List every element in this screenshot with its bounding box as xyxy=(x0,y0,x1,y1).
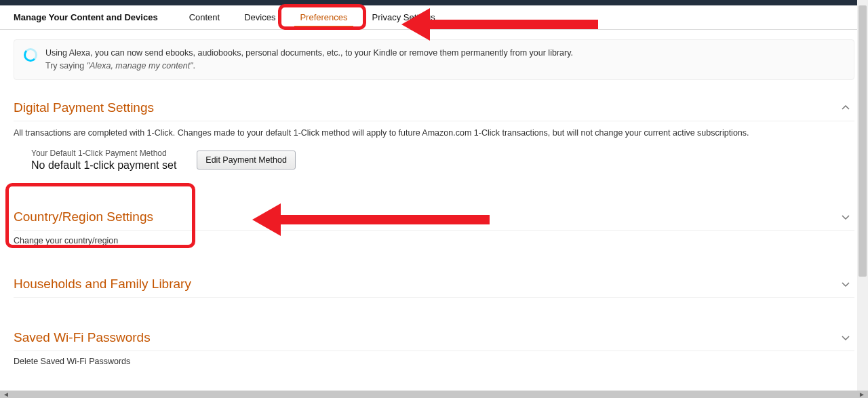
payment-row: Your Default 1-Click Payment Method No d… xyxy=(31,148,854,172)
tab-content-label: Content xyxy=(189,12,220,22)
nav-bar: Manage Your Content and Devices Content … xyxy=(0,5,868,30)
section-country-region-header[interactable]: Country/Region Settings xyxy=(14,203,854,231)
edit-payment-button[interactable]: Edit Payment Method xyxy=(197,151,296,170)
payment-method-value: No default 1-click payment set xyxy=(31,159,176,172)
alexa-line2-suffix: . xyxy=(193,61,195,71)
section-households-title: Households and Family Library xyxy=(14,277,191,292)
section-digital-payment-title: Digital Payment Settings xyxy=(14,100,154,115)
payment-method-label: Your Default 1-Click Payment Method xyxy=(31,148,176,158)
section-households: Households and Family Library xyxy=(14,270,854,298)
tab-devices-label: Devices xyxy=(244,12,275,22)
tab-preferences[interactable]: Preferences xyxy=(288,5,359,30)
section-wifi-header[interactable]: Saved Wi-Fi Passwords xyxy=(14,323,854,351)
chevron-up-icon xyxy=(841,103,850,113)
alexa-line2-quote: "Alexa, manage my content" xyxy=(87,61,193,71)
section-digital-payment: Digital Payment Settings All transaction… xyxy=(14,94,854,182)
tab-devices[interactable]: Devices xyxy=(232,5,288,30)
alexa-hint-box: Using Alexa, you can now send ebooks, au… xyxy=(14,39,854,80)
section-country-region-title: Country/Region Settings xyxy=(14,210,153,224)
section-wifi-title: Saved Wi-Fi Passwords xyxy=(14,330,151,345)
main-content: Using Alexa, you can now send ebooks, au… xyxy=(0,30,868,370)
alexa-line2: Try saying "Alexa, manage my content". xyxy=(45,60,573,73)
payment-method-block: Your Default 1-Click Payment Method No d… xyxy=(31,148,176,172)
section-country-region: Country/Region Settings Change your coun… xyxy=(14,203,854,250)
chevron-down-icon xyxy=(841,212,850,222)
section-households-header[interactable]: Households and Family Library xyxy=(14,270,854,298)
vertical-scrollbar[interactable] xyxy=(857,0,868,391)
section-digital-payment-header[interactable]: Digital Payment Settings xyxy=(14,94,854,121)
alexa-icon xyxy=(24,48,37,62)
horizontal-scrollbar[interactable]: ◄ ► xyxy=(0,391,868,398)
tab-privacy-label: Privacy Settings xyxy=(372,12,435,22)
wifi-desc: Delete Saved Wi-Fi Passwords xyxy=(14,351,854,370)
vertical-scrollbar-thumb[interactable] xyxy=(859,5,867,277)
tab-privacy[interactable]: Privacy Settings xyxy=(360,5,448,30)
chevron-down-icon xyxy=(841,279,850,289)
tab-content[interactable]: Content xyxy=(177,5,233,30)
scroll-left-icon[interactable]: ◄ xyxy=(3,391,9,398)
section-wifi: Saved Wi-Fi Passwords Delete Saved Wi-Fi… xyxy=(14,323,854,370)
page-title: Manage Your Content and Devices xyxy=(14,12,158,22)
scroll-right-icon[interactable]: ► xyxy=(859,391,865,398)
digital-payment-desc: All transactions are completed with 1-Cl… xyxy=(14,128,854,138)
section-digital-payment-body: All transactions are completed with 1-Cl… xyxy=(14,121,854,182)
country-region-desc: Change your country/region xyxy=(14,231,854,250)
tab-preferences-label: Preferences xyxy=(300,12,347,22)
alexa-line1: Using Alexa, you can now send ebooks, au… xyxy=(45,47,573,60)
alexa-line2-prefix: Try saying xyxy=(45,61,87,71)
alexa-hint-text: Using Alexa, you can now send ebooks, au… xyxy=(45,47,573,73)
chevron-down-icon xyxy=(841,333,850,342)
